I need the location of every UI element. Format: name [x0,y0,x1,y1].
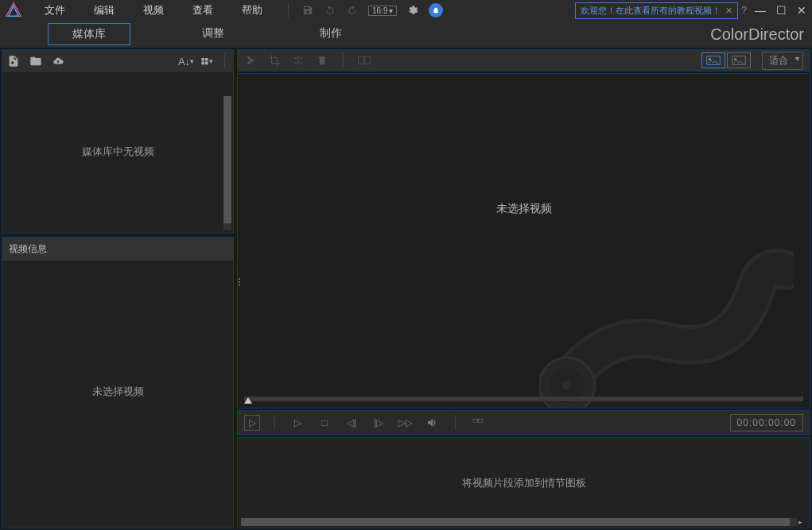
svg-point-10 [562,381,572,390]
preview-area: 未选择视频 [237,73,810,408]
import-folder-icon[interactable] [29,55,42,68]
prev-frame-button[interactable]: ◁| [344,415,359,431]
separator [343,53,344,68]
promo-text: 欢迎您！在此查看所有的教程视频！ [581,5,721,17]
view-mode-2-button[interactable] [727,52,751,68]
svg-rect-6 [732,56,746,65]
timeline-playhead[interactable] [244,397,252,404]
sort-label: A [178,56,185,68]
aspect-ratio-label: 16:9 [372,6,387,15]
tab-adjust[interactable]: 调整 [178,23,248,45]
promo-close-icon[interactable]: ✕ [725,6,732,16]
promo-banner[interactable]: 欢迎您！在此查看所有的教程视频！ ✕ [575,2,738,19]
zoom-fit-label: 适合 [769,55,788,66]
separator [455,416,456,430]
help-icon[interactable]: ? [741,5,747,16]
menu-help[interactable]: 帮助 [227,0,277,21]
sort-icon[interactable]: A↓▾ [180,55,192,68]
svg-rect-2 [359,56,364,64]
snapshot-icon[interactable] [470,415,486,431]
info-empty-text: 未选择视频 [92,385,144,399]
save-icon[interactable] [301,4,314,17]
timecode-display[interactable]: 00:00:00:00 [730,414,803,431]
tab-produce[interactable]: 制作 [296,23,366,45]
delete-icon[interactable] [316,54,328,67]
filmstrip-decoration-icon [539,246,794,408]
play-button[interactable]: ▷ [289,415,305,431]
import-file-icon[interactable] [7,55,20,68]
redo-icon[interactable] [346,4,359,17]
svg-marker-1 [9,6,19,17]
menu-edit[interactable]: 编辑 [80,0,129,21]
close-button[interactable]: ✕ [796,5,807,16]
menu-video[interactable]: 视频 [129,0,178,21]
separator [274,416,275,430]
svg-rect-11 [473,419,477,422]
play-mode-button[interactable]: ▷ [244,415,260,431]
svg-rect-3 [365,56,371,64]
volume-icon[interactable] [425,415,441,431]
cloud-import-icon[interactable] [52,55,64,68]
svg-rect-4 [707,56,721,65]
video-info-body: 未选择视频 [2,261,233,523]
aspect-ratio-selector[interactable]: 16:9▾ [368,6,397,16]
scrollbar-thumb[interactable] [223,96,231,223]
svg-rect-12 [479,419,483,422]
media-library-body: 媒体库中无视频 [2,72,233,231]
panel-resize-handle[interactable] [237,278,242,297]
compare-icon[interactable] [358,54,371,67]
storyboard-scroll-right-icon[interactable]: ▸ [798,518,808,526]
app-logo [5,2,22,19]
next-frame-button[interactable]: |▷ [371,415,387,431]
split-icon[interactable] [292,54,305,67]
crop-icon[interactable] [268,54,281,67]
storyboard-scroll-thumb[interactable] [241,518,790,526]
settings-icon[interactable] [406,4,419,17]
storyboard-panel[interactable]: 将视频片段添加到情节图板 ▸ [237,437,810,528]
brand-name: ColorDirector [710,25,804,44]
separator [224,54,225,68]
media-empty-text: 媒体库中无视频 [82,145,154,159]
fast-forward-button[interactable]: ▷▷ [398,415,414,431]
tab-media-library[interactable]: 媒体库 [48,23,130,45]
stop-button[interactable]: □ [317,415,332,431]
minimize-button[interactable]: — [755,5,766,16]
video-info-header: 视频信息 [2,238,233,261]
preview-timeline[interactable] [244,397,803,401]
chevron-down-icon: ▾ [389,6,393,15]
zoom-fit-selector[interactable]: 适合 [762,52,803,70]
view-mode-1-button[interactable] [701,52,725,68]
preview-empty-text: 未选择视频 [496,202,552,216]
separator [288,3,289,17]
cut-icon[interactable] [244,54,257,67]
svg-point-5 [709,58,711,60]
undo-icon[interactable] [324,4,336,17]
menu-file[interactable]: 文件 [30,0,80,21]
svg-point-7 [734,58,736,60]
maximize-button[interactable]: ☐ [775,5,787,16]
notification-bell-icon[interactable] [429,3,443,17]
grid-view-icon[interactable]: ▾ [200,55,213,68]
storyboard-hint: 将视频片段添加到情节图板 [462,476,586,490]
menu-view[interactable]: 查看 [178,0,227,21]
